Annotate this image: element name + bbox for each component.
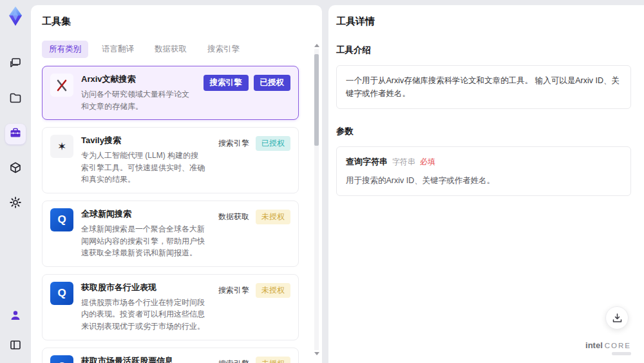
scroll-up-icon[interactable] [314, 44, 319, 47]
tool-list: Arxiv文献搜索 访问各个研究领域大量科学论文和文章的存储库。 搜索引擎 已授… [42, 66, 308, 363]
tavily-star-icon: ✶ [57, 141, 66, 152]
tool-auth-badge: 已授权 [254, 75, 291, 91]
brand-ultra-mark [612, 352, 631, 355]
main-content: 工具集 所有类别语言翻译数据获取搜索引擎 Arxiv文献搜索 访问各个研究领域大… [31, 0, 644, 363]
details-panel-title: 工具详情 [336, 15, 631, 28]
tool-auth-badge: 未授权 [256, 357, 290, 363]
param-type: 字符串 [392, 156, 415, 168]
download-button[interactable] [605, 306, 629, 329]
tool-list-item-1[interactable]: ✶ Tavily搜索 专为人工智能代理 (LLM) 构建的搜索引擎工具。可快速提… [42, 127, 299, 193]
category-tabs: 所有类别语言翻译数据获取搜索引擎 [42, 41, 308, 58]
tools-panel: 工具集 所有类别语言翻译数据获取搜索引擎 Arxiv文献搜索 访问各个研究领域大… [31, 5, 322, 363]
folder-icon [9, 92, 22, 107]
rail-item-chat[interactable] [5, 54, 26, 75]
rail-item-packages[interactable] [5, 159, 26, 179]
tab-1[interactable]: 语言翻译 [95, 41, 141, 58]
arxiv-icon [55, 78, 69, 92]
intro-box: 一个用于从Arxiv存储库搜索科学论文和文章的工具。 输入可以是Arxiv ID… [336, 65, 631, 109]
param-name: 查询字符串 [346, 155, 388, 169]
brand-core-text: CORE [605, 342, 631, 349]
param-description: 用于搜索的Arxiv ID、关键字或作者姓名。 [346, 174, 621, 187]
tool-list-item-3[interactable]: Q 获取股市各行业表现 提供股票市场各个行业在特定时间段内的表现。投资者可以利用… [42, 274, 299, 340]
scrollbar-thumb[interactable] [314, 54, 319, 146]
app-logo-gem-icon [5, 5, 26, 27]
tool-name: Tavily搜索 [81, 135, 205, 146]
tool-category-tag: 搜索引擎 [204, 75, 249, 91]
download-icon [612, 313, 623, 324]
tool-description: 专为人工智能代理 (LLM) 构建的搜索引擎工具。可快速提供实时、准确和真实的结… [81, 150, 205, 186]
tool-list-item-0[interactable]: Arxiv文献搜索 访问各个研究领域大量科学论文和文章的存储库。 搜索引擎 已授… [42, 66, 299, 120]
intel-core-logo: intelCORE [585, 341, 631, 355]
param-required-badge: 必填 [420, 156, 435, 168]
rail-item-tools[interactable] [5, 124, 26, 144]
rail-item-account[interactable] [5, 306, 26, 327]
tool-description: 全球新闻搜索是一个聚合全球各大新闻网站内容的搜索引擎，帮助用户快速获取全球最新资… [81, 223, 205, 259]
intro-heading: 工具介绍 [336, 44, 631, 56]
tool-list-item-2[interactable]: Q 全球新闻搜索 全球新闻搜索是一个聚合全球各大新闻网站内容的搜索引擎，帮助用户… [42, 201, 299, 267]
left-rail [0, 0, 31, 363]
tool-name: 获取股市各行业表现 [81, 282, 205, 293]
tool-auth-badge: 未授权 [256, 283, 290, 298]
scroll-down-icon[interactable] [314, 352, 319, 355]
tab-0[interactable]: 所有类别 [42, 41, 88, 58]
tool-name: 获取市场最活跃股票信息 [81, 355, 205, 363]
gear-icon [9, 196, 22, 211]
toolbox-icon [9, 126, 22, 142]
param-header: 查询字符串 字符串 必填 [346, 155, 621, 169]
param-card: 查询字符串 字符串 必填 用于搜索的Arxiv ID、关键字或作者姓名。 [336, 146, 631, 196]
tool-description: 提供股票市场各个行业在特定时间段内的表现。投资者可以利用这些信息来识别表现优于或… [81, 297, 205, 333]
tools-panel-title: 工具集 [42, 15, 308, 28]
tool-list-item-4[interactable]: Q 获取市场最活跃股票信息 提供当天交易量最高的股票列表，投资者可以利用这些信息… [42, 348, 299, 363]
tool-category-tag: 数据获取 [217, 210, 251, 224]
cube-icon [9, 161, 22, 177]
tool-category-tag: 搜索引擎 [217, 357, 251, 363]
tool-description: 访问各个研究领域大量科学论文和文章的存储库。 [81, 88, 192, 112]
params-heading: 参数 [336, 126, 631, 137]
tool-name: Arxiv文献搜索 [81, 74, 192, 85]
rail-item-files[interactable] [5, 89, 26, 110]
list-scrollbar[interactable] [313, 44, 319, 355]
quark-icon: Q [57, 214, 66, 225]
details-panel: 工具详情 工具介绍 一个用于从Arxiv存储库搜索科学论文和文章的工具。 输入可… [328, 5, 644, 363]
layout-icon [9, 338, 22, 354]
quark-icon: Q [57, 288, 66, 299]
tool-auth-badge: 未授权 [256, 210, 290, 224]
tab-2[interactable]: 数据获取 [147, 41, 194, 58]
tool-auth-badge: 已授权 [256, 136, 290, 151]
rail-item-panel-toggle[interactable] [5, 336, 26, 357]
brand-intel-text: intel [585, 340, 603, 350]
chat-icon [9, 57, 22, 72]
tool-name: 全球新闻搜索 [81, 208, 205, 220]
user-icon [9, 309, 22, 324]
tool-category-tag: 搜索引擎 [217, 283, 251, 298]
tab-3[interactable]: 搜索引擎 [200, 41, 247, 58]
app-window: 工具集 所有类别语言翻译数据获取搜索引擎 Arxiv文献搜索 访问各个研究领域大… [0, 0, 644, 363]
rail-item-settings[interactable] [5, 193, 26, 214]
tool-category-tag: 搜索引擎 [217, 136, 251, 151]
